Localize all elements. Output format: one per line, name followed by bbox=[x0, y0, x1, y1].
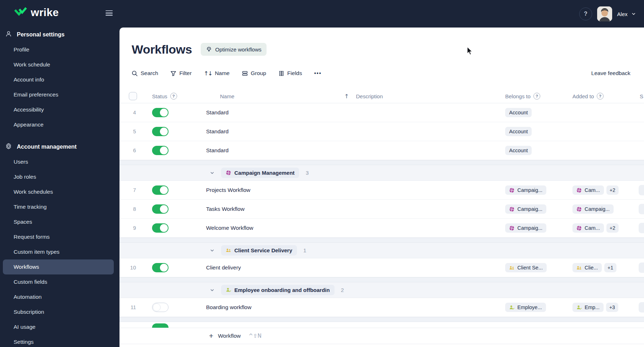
group-space-chip[interactable]: Client Service Delivery bbox=[221, 245, 297, 256]
sidebar-item-profile[interactable]: Profile bbox=[0, 42, 119, 57]
filter-button[interactable]: Filter bbox=[170, 70, 191, 76]
status-help-icon[interactable]: ? bbox=[170, 93, 177, 99]
status-toggle[interactable] bbox=[152, 303, 169, 312]
status-toggle[interactable] bbox=[152, 127, 169, 136]
column-shared[interactable]: S bbox=[640, 93, 643, 99]
sidebar-item-subscription[interactable]: Subscription bbox=[0, 304, 119, 319]
table-row[interactable]: 9Welcome WorkflowCampaig...Cam...+2 bbox=[119, 219, 644, 238]
fields-button[interactable]: Fields bbox=[278, 70, 302, 76]
sidebar-item-custom-fields[interactable]: Custom fields bbox=[0, 274, 119, 289]
status-toggle[interactable] bbox=[152, 263, 169, 272]
group-collapse-chevron[interactable] bbox=[210, 288, 215, 293]
sidebar-item-spaces[interactable]: Spaces bbox=[0, 214, 119, 229]
column-status[interactable]: Status ? bbox=[152, 93, 177, 99]
add-workflow-button[interactable]: + Workflow ^⇧N bbox=[119, 328, 644, 344]
sidebar-item-ai-usage[interactable]: AI usage bbox=[0, 319, 119, 334]
chevron-down-icon[interactable] bbox=[631, 11, 636, 16]
row-number: 7 bbox=[124, 187, 136, 193]
workflow-name[interactable]: Standard bbox=[206, 128, 229, 135]
column-description[interactable]: Description bbox=[356, 93, 383, 99]
more-actions-button[interactable]: ••• bbox=[314, 70, 322, 76]
status-toggle[interactable] bbox=[152, 108, 169, 117]
group-button[interactable]: Group bbox=[242, 70, 266, 76]
add-workflow-shortcut: ^⇧N bbox=[249, 333, 262, 339]
status-toggle[interactable] bbox=[152, 223, 169, 233]
table-row[interactable]: 4StandardAccount bbox=[119, 103, 644, 122]
campaign-space-icon bbox=[509, 225, 514, 231]
row-number: 8 bbox=[124, 206, 136, 212]
belongs-to-help-icon[interactable]: ? bbox=[533, 93, 540, 99]
sidebar-item-users[interactable]: Users bbox=[0, 154, 119, 169]
belongs-to-chip: Campaig... bbox=[505, 185, 546, 195]
shared-chip-partial bbox=[639, 223, 644, 233]
main-panel: Workflows Optimize workflows Search Filt… bbox=[119, 28, 644, 347]
campaign-space-icon bbox=[576, 207, 582, 212]
campaign-space-icon bbox=[576, 225, 582, 231]
group-icon bbox=[242, 70, 248, 76]
sidebar-item-work-schedule[interactable]: Work schedule bbox=[0, 57, 119, 72]
sidebar-item-accessibility[interactable]: Accessibility bbox=[0, 102, 119, 117]
workflow-name[interactable]: Projects Workflow bbox=[206, 187, 250, 193]
column-name[interactable]: Name bbox=[220, 93, 234, 99]
belongs-to-chip: Client Se... bbox=[505, 263, 547, 272]
table-row[interactable]: 8Tasks WorkflowCampaig...Campaig... bbox=[119, 200, 644, 219]
status-toggle[interactable] bbox=[152, 146, 169, 155]
sidebar-item-custom-item-types[interactable]: Custom item types bbox=[0, 244, 119, 259]
workflow-name[interactable]: Welcome Workflow bbox=[206, 225, 253, 231]
sidebar-item-settings[interactable]: Settings bbox=[0, 334, 119, 347]
column-belongs-to[interactable]: Belongs to ? bbox=[505, 93, 540, 99]
sidebar-item-workflows[interactable]: Workflows bbox=[3, 259, 114, 274]
column-added-to[interactable]: Added to ? bbox=[572, 93, 604, 99]
table-row[interactable]: 10Client deliveryClient Se...Clie...+1 bbox=[119, 258, 644, 277]
added-to-more-chip[interactable]: +2 bbox=[606, 223, 619, 233]
avatar[interactable] bbox=[597, 6, 612, 21]
belongs-to-chip: Account bbox=[505, 127, 532, 136]
sidebar-item-work-schedules[interactable]: Work schedules bbox=[0, 184, 119, 199]
added-to-more-chip[interactable]: +1 bbox=[604, 263, 616, 272]
added-to-chip: Campaig... bbox=[572, 204, 614, 214]
added-to-help-icon[interactable]: ? bbox=[597, 93, 604, 99]
sort-button[interactable]: ↑↓ Name bbox=[204, 70, 230, 77]
group-header-row: Client Service Delivery1 bbox=[119, 243, 644, 258]
filter-icon bbox=[170, 70, 176, 76]
leave-feedback-button[interactable]: Leave feedback bbox=[589, 70, 633, 77]
group-space-chip[interactable]: Campaign Management bbox=[221, 168, 299, 178]
sidebar-item-job-roles[interactable]: Job roles bbox=[0, 169, 119, 184]
table-row[interactable]: 7Projects WorkflowCampaig...Cam...+2 bbox=[119, 181, 644, 200]
group-collapse-chevron[interactable] bbox=[210, 248, 215, 253]
table-row[interactable]: 6StandardAccount bbox=[119, 141, 644, 160]
workflow-name[interactable]: Standard bbox=[206, 147, 229, 154]
group-collapse-chevron[interactable] bbox=[210, 170, 215, 175]
group-space-chip[interactable]: Employee onboarding and offboardin bbox=[221, 285, 335, 295]
help-icon[interactable]: ? bbox=[579, 8, 592, 20]
added-to-more-chip[interactable]: +3 bbox=[606, 303, 618, 312]
optimize-workflows-button[interactable]: Optimize workflows bbox=[201, 43, 267, 56]
sidebar-item-appearance[interactable]: Appearance bbox=[0, 117, 119, 132]
workflow-name[interactable]: Tasks Workflow bbox=[206, 206, 244, 212]
table-row[interactable]: 11Boarding workflowEmploye...Emp...+3 bbox=[119, 298, 644, 317]
status-toggle[interactable] bbox=[152, 185, 169, 195]
sidebar-item-account-info[interactable]: Account info bbox=[0, 72, 119, 87]
workflow-name[interactable]: Client delivery bbox=[206, 264, 241, 271]
sort-asc-icon[interactable]: ↑ bbox=[344, 93, 349, 99]
sidebar-header-account-management[interactable]: Account management bbox=[0, 139, 119, 154]
group-header-row: Employee onboarding and offboardin2 bbox=[119, 282, 644, 298]
added-to-more-chip[interactable]: +2 bbox=[606, 185, 619, 195]
chevron-down-icon bbox=[210, 248, 215, 253]
group-divider bbox=[119, 317, 644, 322]
sidebar-item-email-preferences[interactable]: Email preferences bbox=[0, 87, 119, 102]
workflow-name[interactable]: Standard bbox=[206, 109, 229, 116]
status-toggle[interactable] bbox=[152, 204, 169, 214]
sidebar-header-personal-settings[interactable]: Personal settings bbox=[0, 27, 119, 42]
employee-space-icon bbox=[226, 287, 231, 293]
user-name[interactable]: Alex bbox=[617, 11, 628, 17]
table-row[interactable]: 5StandardAccount bbox=[119, 122, 644, 141]
sidebar-item-time-tracking[interactable]: Time tracking bbox=[0, 199, 119, 214]
search-button[interactable]: Search bbox=[132, 70, 158, 76]
sidebar-item-automation[interactable]: Automation bbox=[0, 289, 119, 304]
status-toggle-partial[interactable] bbox=[152, 323, 169, 328]
workflow-name[interactable]: Boarding workflow bbox=[206, 304, 252, 311]
added-to-chip: Emp... bbox=[572, 303, 604, 312]
sidebar-item-request-forms[interactable]: Request forms bbox=[0, 229, 119, 244]
select-all-checkbox[interactable] bbox=[129, 92, 137, 100]
